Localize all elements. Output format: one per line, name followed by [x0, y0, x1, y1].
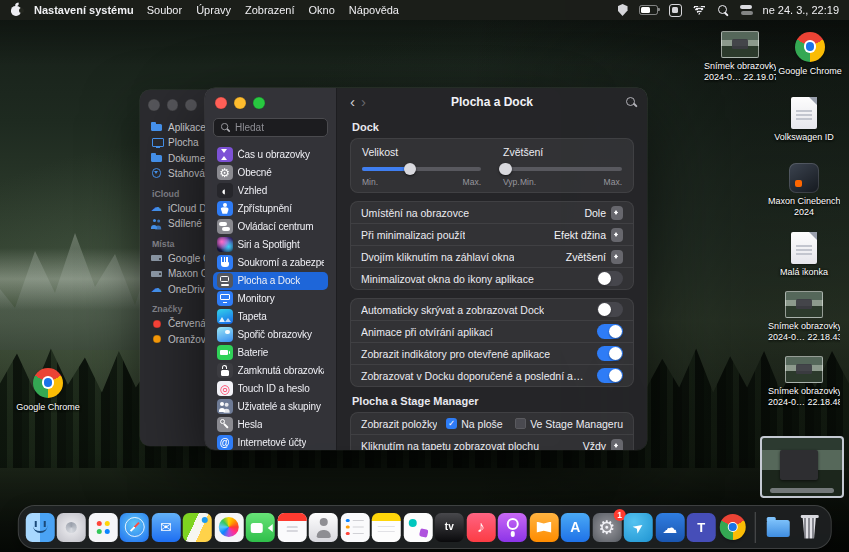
- sidebar-item-zamknuta-obrazovka[interactable]: Zamknutá obrazovka: [213, 362, 328, 380]
- menubar-menu-zobrazeni[interactable]: Zobrazení: [245, 4, 295, 16]
- dock-music-icon[interactable]: ♪: [466, 513, 495, 542]
- dock-chrome-icon[interactable]: [718, 513, 747, 542]
- zobrazovat-v-docku-doporucene-a-posledni-aplikace-toggle[interactable]: [597, 368, 623, 383]
- dock-trash-icon[interactable]: [795, 513, 824, 542]
- slider-knob[interactable]: [499, 163, 512, 176]
- input-source-icon[interactable]: [669, 4, 682, 17]
- dock-onedrive-icon[interactable]: ☁: [655, 513, 684, 542]
- pri-minimalizaci-pouzit-select[interactable]: Efekt džina: [554, 228, 623, 242]
- close-button[interactable]: [215, 97, 227, 109]
- setting-label: Animace při otvírání aplikací: [361, 326, 493, 338]
- minimize-button[interactable]: [234, 97, 246, 109]
- zoom-button[interactable]: [185, 99, 197, 111]
- dock-calendar-icon[interactable]: [277, 513, 306, 542]
- desktop-icon: [151, 137, 163, 148]
- checkbox-na-plose[interactable]: ✓Na ploše: [446, 418, 503, 430]
- dock-photos-icon[interactable]: [214, 513, 243, 542]
- slider-fill: [362, 167, 410, 171]
- dock-books-icon[interactable]: [529, 513, 558, 542]
- menubar-menu-napoveda[interactable]: Nápověda: [349, 4, 399, 16]
- dock-telegram-icon[interactable]: ➤: [624, 513, 653, 542]
- size-slider[interactable]: [362, 162, 481, 176]
- sidebar-item-cas-u-obrazovky[interactable]: Čas u obrazovky: [213, 146, 328, 164]
- dock-notes-icon[interactable]: [372, 513, 401, 542]
- slider-track[interactable]: [503, 167, 622, 171]
- click-wallpaper-select[interactable]: Vždy: [583, 439, 623, 451]
- settings-search-field[interactable]: [213, 118, 328, 137]
- back-button[interactable]: ‹: [347, 94, 358, 109]
- desktop-icon-screenshot-221848[interactable]: Snímek obrazovky 2024-0… 22.18.48: [768, 356, 840, 408]
- dock-safari-icon[interactable]: [120, 513, 149, 542]
- sidebar-item-uzivatele-a-skupiny[interactable]: Uživatelé a skupiny: [213, 398, 328, 416]
- forward-button[interactable]: ›: [358, 94, 369, 109]
- dock-app-library-icon[interactable]: [88, 513, 117, 542]
- wifi-icon[interactable]: [693, 5, 706, 15]
- sidebar-item-touch-id-a-heslo[interactable]: Touch ID a heslo: [213, 380, 328, 398]
- dock-downloads-icon[interactable]: [763, 513, 792, 542]
- chrome-logo: [795, 32, 825, 62]
- sidebar-item-internetove-ucty[interactable]: Internetové účty: [213, 434, 328, 451]
- dock-tv-icon[interactable]: tv: [435, 513, 464, 542]
- sidebar-item-zpristupneni[interactable]: Zpřístupnění: [213, 200, 328, 218]
- menubar-menu-soubor[interactable]: Soubor: [147, 4, 182, 16]
- shield-icon[interactable]: [618, 4, 628, 16]
- close-button[interactable]: [148, 99, 160, 111]
- desktop-icon-volkswagen-id[interactable]: Volkswagen ID: [768, 97, 840, 143]
- dock-podcasts-icon[interactable]: [498, 513, 527, 542]
- dock-maps-icon[interactable]: [183, 513, 212, 542]
- dvojim-kliknutim-na-zahlavi-okna-select[interactable]: Zvětšení: [566, 250, 623, 264]
- search-icon[interactable]: [625, 96, 637, 108]
- shared-icon: [151, 218, 163, 229]
- umisteni-na-obrazovce-select[interactable]: Dole: [584, 206, 623, 220]
- minimize-button[interactable]: [167, 99, 179, 111]
- desktop-icon-screenshot-221907[interactable]: Snímek obrazovky 2024-0… 22.19.07: [704, 31, 776, 83]
- dock-mail-icon[interactable]: ✉: [151, 513, 180, 542]
- sidebar-item-label: Obecné: [238, 167, 272, 178]
- sidebar-item-baterie[interactable]: Baterie: [213, 344, 328, 362]
- sidebar-item-siri-a-spotlight[interactable]: Siri a Spotlight: [213, 236, 328, 254]
- sidebar-item-sporic-obrazovky[interactable]: Spořič obrazovky: [213, 326, 328, 344]
- desktop-icon-google-chrome-top[interactable]: Google Chrome: [776, 30, 844, 77]
- sidebar-item-ovladaci-centrum[interactable]: Ovládací centrum: [213, 218, 328, 236]
- sidebar-item-soukromi-a-zabezpeceni[interactable]: Soukromí a zabezpečení: [213, 254, 328, 272]
- apple-menu-icon[interactable]: [10, 4, 22, 17]
- dock-finder-icon[interactable]: [25, 513, 54, 542]
- animace-pri-otvirani-aplikaci-toggle[interactable]: [597, 324, 623, 339]
- desktop-icon-mala-ikonka[interactable]: Malá ikonka: [768, 232, 840, 278]
- sidebar-item-obecne[interactable]: Obecné: [213, 164, 328, 182]
- menubar-menu-okno[interactable]: Okno: [309, 4, 335, 16]
- checkbox-ve-stage-manageru[interactable]: Ve Stage Manageru: [515, 418, 623, 430]
- menubar-menu-upravy[interactable]: Úpravy: [196, 4, 231, 16]
- sidebar-item-plocha-a-dock[interactable]: Plocha a Dock: [213, 272, 328, 290]
- dock-launchpad-icon[interactable]: [57, 513, 86, 542]
- dock-facetime-icon[interactable]: [246, 513, 275, 542]
- menubar-app-name[interactable]: Nastavení systému: [34, 4, 134, 16]
- dock-contacts-icon[interactable]: [309, 513, 338, 542]
- zoom-button[interactable]: [253, 97, 265, 109]
- automaticky-skryvat-a-zobrazovat-dock-toggle[interactable]: [597, 302, 623, 317]
- dock-teams-icon[interactable]: T: [687, 513, 716, 542]
- menubar-clock[interactable]: ne 24. 3., 22:19: [763, 4, 839, 16]
- desktop-icon-screenshot-selected[interactable]: [760, 436, 844, 498]
- battery-icon[interactable]: [639, 5, 658, 16]
- slider-knob[interactable]: [404, 163, 417, 176]
- desktop-icon-maxon-cinebench[interactable]: Maxon Cinebench 2024: [768, 163, 840, 218]
- spotlight-icon[interactable]: [717, 4, 729, 16]
- magnification-slider[interactable]: [503, 162, 622, 176]
- control-center-icon[interactable]: [740, 5, 753, 15]
- desktop-icon-google-chrome-left[interactable]: Google Chrome: [14, 366, 82, 413]
- desktop-icon-screenshot-221843[interactable]: Snímek obrazovky 2024-0… 22.18.43: [768, 291, 840, 343]
- sidebar-item-vzhled[interactable]: Vzhled: [213, 182, 328, 200]
- minimalizovat-okna-do-ikony-aplikace-toggle[interactable]: [597, 271, 623, 286]
- dock-system-settings-icon[interactable]: ⚙1: [592, 513, 621, 542]
- sidebar-item-monitory[interactable]: Monitory: [213, 290, 328, 308]
- search-input[interactable]: [235, 122, 322, 133]
- sidebar-item-tapeta[interactable]: Tapeta: [213, 308, 328, 326]
- zobrazit-indikatory-pro-otevrene-aplikace-toggle[interactable]: [597, 346, 623, 361]
- dock-freeform-icon[interactable]: [403, 513, 432, 542]
- dock-reminders-icon[interactable]: [340, 513, 369, 542]
- dock-app-store-icon[interactable]: A: [561, 513, 590, 542]
- toggle-knob: [609, 347, 622, 360]
- sidebar-item-label: Plocha a Dock: [238, 275, 301, 286]
- sidebar-item-hesla[interactable]: Hesla: [213, 416, 328, 434]
